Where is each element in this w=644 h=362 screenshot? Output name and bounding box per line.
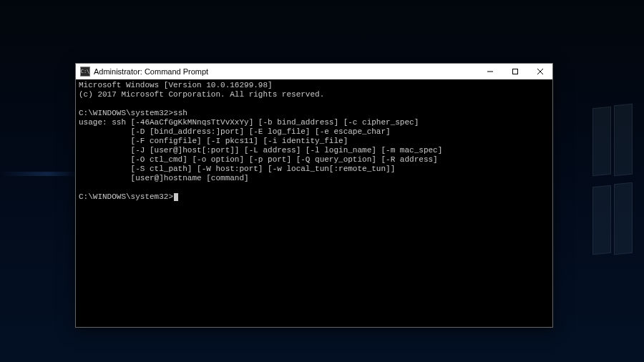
maximize-icon bbox=[512, 68, 519, 75]
prompt-path: C:\WINDOWS\system32> bbox=[79, 192, 173, 201]
text-cursor bbox=[174, 193, 178, 201]
titlebar[interactable]: C:\ Administrator: Command Prompt bbox=[76, 64, 552, 79]
command-prompt-window: C:\ Administrator: Command Prompt Micros… bbox=[75, 63, 553, 328]
svg-rect-1 bbox=[512, 69, 517, 74]
maximize-button[interactable] bbox=[502, 64, 527, 79]
close-button[interactable] bbox=[527, 64, 552, 79]
minimize-button[interactable] bbox=[477, 64, 502, 79]
minimize-icon bbox=[487, 68, 494, 75]
desktop: C:\ Administrator: Command Prompt Micros… bbox=[0, 0, 644, 362]
usage-line: [-F configfile] [-I pkcs11] [-i identity… bbox=[79, 137, 348, 145]
usage-line: [-J [user@]host[:port]] [-L address] [-l… bbox=[79, 146, 442, 155]
prompt-command: ssh bbox=[173, 109, 187, 117]
windows-logo-background bbox=[575, 107, 633, 265]
prompt-path: C:\WINDOWS\system32> bbox=[79, 109, 173, 117]
terminal-output[interactable]: Microsoft Windows [Version 10.0.16299.98… bbox=[76, 79, 552, 327]
banner-line: Microsoft Windows [Version 10.0.16299.98… bbox=[79, 81, 273, 89]
close-icon bbox=[537, 68, 544, 75]
usage-line: [user@]hostname [command] bbox=[79, 174, 249, 182]
background-streak bbox=[0, 172, 79, 176]
banner-line: (c) 2017 Microsoft Corporation. All righ… bbox=[79, 90, 324, 99]
usage-line: [-S ctl_path] [-W host:port] [-w local_t… bbox=[79, 165, 395, 173]
window-title: Administrator: Command Prompt bbox=[94, 67, 208, 76]
usage-line: [-O ctl_cmd] [-o option] [-p port] [-Q q… bbox=[79, 155, 438, 164]
usage-line: [-D [bind_address:]port] [-E log_file] [… bbox=[79, 127, 391, 136]
usage-line: usage: ssh [-46AaCfGgKkMNnqsTtVvXxYy] [-… bbox=[79, 118, 419, 127]
cmd-icon: C:\ bbox=[80, 67, 90, 77]
